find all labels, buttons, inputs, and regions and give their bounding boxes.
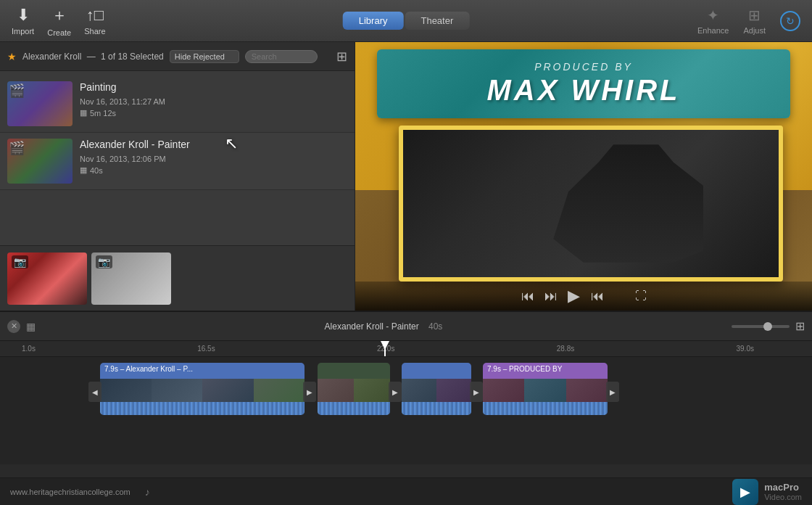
clip-list: 🎬 Painting Nov 16, 2013, 11:27 AM ▦ 5m 1… xyxy=(0,71,355,245)
create-button[interactable]: ＋ Create xyxy=(47,4,71,37)
hide-rejected-dropdown[interactable]: Hide Rejected xyxy=(170,50,239,63)
video-track: ◀ 7.9s – Alexander Kroll – P... ▶ xyxy=(22,363,812,421)
clip-title-painter: Alexander Kroll - Painter xyxy=(80,139,347,150)
content-area: ★ Alexander Kroll — 1 of 18 Selected Hid… xyxy=(0,42,812,311)
mini-thumb-5 xyxy=(318,379,354,402)
loading-indicator: ↻ xyxy=(780,11,800,31)
logo-area: ▶ macPro Video.com xyxy=(732,479,802,505)
star-icon: ★ xyxy=(7,51,17,62)
share-button[interactable]: ↑□ Share xyxy=(84,6,105,36)
timeline-tracks: ◀ 7.9s – Alexander Kroll – P... ▶ xyxy=(0,357,812,464)
clip-title-thumbs xyxy=(483,379,608,402)
timeline-close-button[interactable]: ✕ xyxy=(7,320,20,333)
filter-bar: ★ Alexander Kroll — 1 of 18 Selected Hid… xyxy=(0,42,355,71)
clip-1-audio xyxy=(100,402,304,415)
video-preview-panel: PRODUCED BY MAX WHIRL ⏮ ⏭ ▶ ⏭ ⛶ xyxy=(355,42,812,311)
mini-thumb-4 xyxy=(254,379,305,402)
ruler-mark-0: 1.0s xyxy=(22,345,36,353)
step-forward-button[interactable]: ⏭ xyxy=(590,289,603,304)
audio-wave-title xyxy=(483,402,608,415)
timeline-header: ✕ ▦ Alexander Kroll - Painter 40s ⊞ xyxy=(0,312,812,341)
toolbar: ⬇ Import ＋ Create ↑□ Share Library Theat… xyxy=(0,0,812,42)
toolbar-right: ✦ Enhance ⊞ Adjust ↻ xyxy=(697,7,800,35)
clip-title-label: 7.9s – PRODUCED BY xyxy=(483,363,608,379)
clip-nav-right-1[interactable]: ▶ xyxy=(303,382,316,402)
logo-main-text: macPro xyxy=(764,482,802,493)
enhance-label: Enhance xyxy=(697,26,729,35)
camera-icon-1: 📷 xyxy=(12,255,28,268)
clip-title-audio xyxy=(483,402,608,415)
grid-view-icon[interactable]: ⊞ xyxy=(336,49,347,65)
film-strip-icon-2: ▦ xyxy=(80,165,87,175)
audio-wave-1 xyxy=(100,402,304,415)
video-controls: ⏮ ⏭ ▶ ⏭ ⛶ xyxy=(355,282,812,311)
ruler-mark-3: 28.8s xyxy=(557,345,574,353)
clip-nav-left-1[interactable]: ◀ xyxy=(88,382,102,402)
create-icon: ＋ xyxy=(51,4,67,26)
mini-thumb-2 xyxy=(152,379,203,402)
photo-frame xyxy=(399,126,783,282)
mini-thumb-6 xyxy=(354,379,390,402)
timeline-clip-1[interactable]: 7.9s – Alexander Kroll – P... xyxy=(100,363,304,415)
fullscreen-button[interactable]: ⛶ xyxy=(635,290,647,303)
produced-by-text: PRODUCED BY xyxy=(534,61,633,73)
clip-mid-label xyxy=(402,363,471,379)
theater-tab[interactable]: Theater xyxy=(405,12,469,30)
rewind-button[interactable]: ⏮ xyxy=(521,289,534,304)
mini-thumb-8 xyxy=(436,379,471,402)
music-icon: ♪ xyxy=(145,486,150,498)
clip-date-painter: Nov 16, 2013, 12:06 PM xyxy=(80,155,347,163)
mini-thumb-tc1 xyxy=(483,379,524,402)
share-icon: ↑□ xyxy=(86,6,104,25)
adjust-icon: ⊞ xyxy=(748,7,761,24)
enhance-button[interactable]: ✦ Enhance xyxy=(697,7,729,35)
clip-nav-right-mid[interactable]: ▶ xyxy=(470,382,483,402)
timeline-clip-title[interactable]: 7.9s – PRODUCED BY xyxy=(483,363,608,415)
max-whirl-text: MAX WHIRL xyxy=(486,74,680,107)
circle-indicator: ↻ xyxy=(786,15,795,27)
clip-gap-label xyxy=(318,363,390,379)
adjust-button[interactable]: ⊞ Adjust xyxy=(743,7,766,35)
clip-duration-painting: ▦ 5m 12s xyxy=(80,108,347,118)
video-frame: PRODUCED BY MAX WHIRL ⏮ ⏭ ▶ ⏭ ⛶ xyxy=(355,42,812,311)
clip-info-painting: Painting Nov 16, 2013, 11:27 AM ▦ 5m 12s xyxy=(80,81,347,118)
clip-mid-audio xyxy=(402,402,471,415)
strip-thumb-2[interactable]: 📷 xyxy=(91,252,171,305)
import-icon: ⬇ xyxy=(17,6,30,25)
clip-title-painting: Painting xyxy=(80,81,347,93)
step-back-button[interactable]: ⏭ xyxy=(544,289,558,304)
zoom-handle[interactable] xyxy=(763,322,772,331)
mini-thumb-3 xyxy=(202,379,254,402)
user-selection-label: Alexander Kroll — 1 of 18 Selected xyxy=(22,52,164,62)
timeline-clip-mid[interactable] xyxy=(402,363,471,415)
clip-item-painting[interactable]: 🎬 Painting Nov 16, 2013, 11:27 AM ▦ 5m 1… xyxy=(0,75,355,133)
playhead[interactable] xyxy=(384,341,386,356)
create-label: Create xyxy=(47,28,71,37)
timeline-duration-label: 40s xyxy=(428,321,442,332)
logo-symbol: ▶ xyxy=(740,484,750,500)
left-panel: ★ Alexander Kroll — 1 of 18 Selected Hid… xyxy=(0,42,355,311)
search-input[interactable] xyxy=(245,50,318,63)
strip-thumb-1[interactable]: 📷 xyxy=(7,252,87,305)
adjust-label: Adjust xyxy=(743,26,766,35)
clip-nav-right-title[interactable]: ▶ xyxy=(606,382,619,402)
import-button[interactable]: ⬇ Import xyxy=(12,6,34,36)
timeline-grid-button[interactable]: ⊞ xyxy=(795,319,805,333)
clip-gap-thumbs xyxy=(318,379,390,402)
person-silhouette xyxy=(553,144,703,262)
clapper-icon: 🎬 xyxy=(9,83,25,99)
watermark-bar: www.heritagechristiancollege.com ♪ ▶ mac… xyxy=(0,477,812,505)
timeline-clip-gap[interactable] xyxy=(318,363,390,415)
library-tab[interactable]: Library xyxy=(343,12,404,30)
clip-duration-painter: ▦ 40s xyxy=(80,165,347,175)
tab-switcher: Library Theater xyxy=(343,12,470,30)
clip-item-painter[interactable]: 🎬 Alexander Kroll - Painter Nov 16, 2013… xyxy=(0,133,355,190)
ruler-mark-4: 39.0s xyxy=(737,345,754,353)
timeline-zoom-slider[interactable] xyxy=(732,325,790,328)
clip-nav-right-gap[interactable]: ▶ xyxy=(389,382,402,402)
mini-thumb-1 xyxy=(100,379,152,402)
clip-date-painting: Nov 16, 2013, 11:27 AM xyxy=(80,97,347,106)
timeline-ruler: 1.0s 16.5s 22.0s 28.8s 39.0s xyxy=(0,341,812,357)
play-button[interactable]: ▶ xyxy=(568,287,580,305)
enhance-icon: ✦ xyxy=(707,7,719,24)
